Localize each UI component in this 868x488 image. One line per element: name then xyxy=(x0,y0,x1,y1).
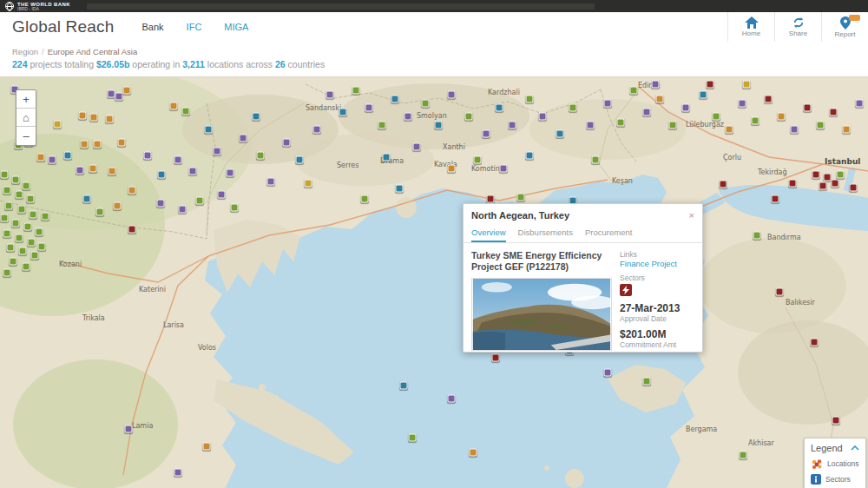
project-marker[interactable] xyxy=(817,122,825,129)
project-marker[interactable] xyxy=(125,425,133,433)
project-marker[interactable] xyxy=(804,104,812,112)
project-marker[interactable] xyxy=(174,156,182,164)
project-marker[interactable] xyxy=(115,93,123,101)
project-marker[interactable] xyxy=(509,122,516,129)
project-marker[interactable] xyxy=(474,156,482,164)
project-marker[interactable] xyxy=(128,226,136,234)
project-marker[interactable] xyxy=(1,171,9,179)
project-marker[interactable] xyxy=(400,382,408,390)
project-marker[interactable] xyxy=(7,244,15,252)
project-marker[interactable] xyxy=(96,208,104,216)
project-marker[interactable] xyxy=(720,181,727,188)
tab-miga[interactable]: MIGA xyxy=(224,22,248,32)
project-marker[interactable] xyxy=(3,269,11,277)
project-marker[interactable] xyxy=(470,449,477,457)
project-marker[interactable] xyxy=(843,126,851,134)
legend-item-sectors[interactable]: Sectors xyxy=(811,474,859,485)
project-marker[interactable] xyxy=(539,113,547,121)
project-marker[interactable] xyxy=(19,247,27,255)
project-marker[interactable] xyxy=(42,213,49,221)
project-marker[interactable] xyxy=(448,91,456,99)
project-marker[interactable] xyxy=(830,109,838,116)
project-marker[interactable] xyxy=(10,258,17,266)
chevron-up-icon[interactable] xyxy=(851,445,859,451)
project-marker[interactable] xyxy=(38,243,46,251)
project-marker[interactable] xyxy=(526,96,534,103)
finance-project-link[interactable]: Finance Project xyxy=(620,259,694,268)
project-marker[interactable] xyxy=(108,168,116,175)
project-marker[interactable] xyxy=(776,288,784,296)
project-marker[interactable] xyxy=(16,191,23,199)
project-marker[interactable] xyxy=(54,121,62,129)
project-marker[interactable] xyxy=(16,234,23,242)
project-marker[interactable] xyxy=(726,126,733,134)
project-marker[interactable] xyxy=(435,122,443,129)
project-marker[interactable] xyxy=(789,180,797,188)
project-marker[interactable] xyxy=(617,119,625,127)
project-marker[interactable] xyxy=(23,182,30,190)
project-marker[interactable] xyxy=(713,113,720,121)
close-icon[interactable]: × xyxy=(689,211,694,221)
project-marker[interactable] xyxy=(313,126,321,134)
project-marker[interactable] xyxy=(339,109,347,116)
project-marker[interactable] xyxy=(106,115,114,123)
project-marker[interactable] xyxy=(118,139,126,147)
project-marker[interactable] xyxy=(89,165,97,173)
project-marker[interactable] xyxy=(174,469,182,477)
project-marker[interactable] xyxy=(465,113,473,121)
project-marker[interactable] xyxy=(682,104,690,112)
project-marker[interactable] xyxy=(218,191,226,199)
project-marker[interactable] xyxy=(391,96,399,103)
project-marker[interactable] xyxy=(3,187,11,195)
project-marker[interactable] xyxy=(30,211,37,219)
legend-item-locations[interactable]: Locations xyxy=(811,458,859,470)
project-marker[interactable] xyxy=(83,195,91,203)
project-marker[interactable] xyxy=(496,104,503,112)
project-marker[interactable] xyxy=(824,174,832,181)
map-canvas[interactable]: EdirneLüleburgazÇorluTekirdağIstanbulKeş… xyxy=(0,77,868,488)
project-marker[interactable] xyxy=(753,232,761,240)
project-marker[interactable] xyxy=(1,214,9,222)
project-marker[interactable] xyxy=(850,184,858,192)
project-marker[interactable] xyxy=(305,180,312,188)
project-marker[interactable] xyxy=(257,152,265,160)
project-marker[interactable] xyxy=(365,104,373,112)
project-marker[interactable] xyxy=(604,100,612,108)
project-marker[interactable] xyxy=(448,165,456,173)
project-marker[interactable] xyxy=(205,126,213,134)
project-marker[interactable] xyxy=(108,90,115,98)
share-button[interactable]: Share xyxy=(774,12,821,42)
project-marker[interactable] xyxy=(144,152,152,160)
project-marker[interactable] xyxy=(500,165,508,173)
project-marker[interactable] xyxy=(569,104,577,112)
project-marker[interactable] xyxy=(76,167,84,175)
project-marker[interactable] xyxy=(837,171,845,179)
project-marker[interactable] xyxy=(772,195,779,203)
project-marker[interactable] xyxy=(296,156,304,164)
project-marker[interactable] xyxy=(743,81,751,89)
project-marker[interactable] xyxy=(819,182,827,190)
project-marker[interactable] xyxy=(396,185,404,193)
project-marker[interactable] xyxy=(811,339,819,346)
project-marker[interactable] xyxy=(526,152,534,160)
project-marker[interactable] xyxy=(79,112,87,120)
project-marker[interactable] xyxy=(240,135,247,142)
project-marker[interactable] xyxy=(12,220,20,228)
project-marker[interactable] xyxy=(656,96,664,103)
project-marker[interactable] xyxy=(37,154,45,162)
project-marker[interactable] xyxy=(483,130,490,138)
project-marker[interactable] xyxy=(157,200,165,208)
project-marker[interactable] xyxy=(31,252,39,260)
project-marker[interactable] xyxy=(487,195,495,203)
project-marker[interactable] xyxy=(253,113,260,121)
home-button[interactable]: Home xyxy=(727,12,774,42)
project-marker[interactable] xyxy=(517,194,525,201)
project-marker[interactable] xyxy=(114,202,122,210)
zoom-in-button[interactable]: + xyxy=(16,90,36,109)
project-marker[interactable] xyxy=(94,141,102,148)
project-marker[interactable] xyxy=(404,113,412,121)
project-marker[interactable] xyxy=(352,87,360,95)
tab-ifc[interactable]: IFC xyxy=(187,22,202,32)
project-marker[interactable] xyxy=(592,156,600,164)
project-marker[interactable] xyxy=(158,171,166,179)
